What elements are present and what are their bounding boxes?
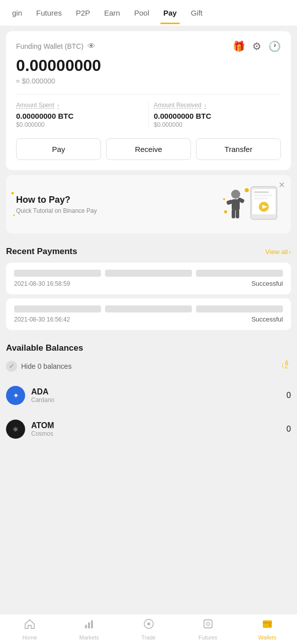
svg-rect-3 [254, 195, 273, 196]
svg-rect-2 [254, 191, 269, 193]
home-label: Home [22, 634, 37, 640]
sort-icon[interactable]: ↓ A Z [280, 359, 291, 373]
nav-item-earn[interactable]: Earn [97, 2, 127, 24]
blurred-bar [196, 305, 283, 312]
svg-point-13 [224, 210, 227, 213]
bottom-nav-trade[interactable]: Trade [119, 614, 178, 644]
bottom-nav-wallets[interactable]: Wallets [238, 614, 297, 644]
wallet-title: Funding Wallet (BTC) 👁 [16, 42, 95, 51]
atom-icon: ⚛ [6, 420, 25, 439]
svg-rect-23 [85, 625, 87, 628]
wallet-title-text: Funding Wallet (BTC) [16, 42, 83, 50]
home-icon [24, 618, 36, 633]
action-buttons: Pay Receive Transfer [16, 138, 281, 160]
wallet-card: Funding Wallet (BTC) 👁 🎁 ⚙ 🕐 0.00000000 … [6, 31, 291, 170]
wallets-icon [261, 618, 273, 633]
amount-spent-btc: 0.00000000 BTC [16, 112, 143, 120]
pay-button[interactable]: Pay [16, 138, 101, 160]
wallet-balance-usd: ≈ $0.000000 [16, 77, 281, 85]
ada-balance: 0 [286, 391, 291, 400]
amount-spent-usd: $0.000000 [16, 121, 143, 128]
hide-balances-row: ✓ Hide 0 balances ↓ A Z [6, 359, 291, 373]
wallets-label: Wallets [258, 634, 276, 640]
available-balances-section: Available Balances ✓ Hide 0 balances ↓ A… [0, 338, 297, 450]
ada-info: ADA Cardano [31, 387, 286, 404]
bottom-nav: Home Markets Trade Futures [0, 614, 297, 644]
svg-rect-11 [232, 209, 235, 218]
svg-rect-12 [236, 209, 239, 218]
markets-icon [83, 618, 95, 633]
banner-subtitle: Quick Tutorial on Binance Pay [16, 207, 97, 214]
svg-rect-25 [91, 620, 93, 628]
nav-item-futures[interactable]: Futures [29, 2, 69, 24]
payment-blurred-top [14, 305, 283, 312]
amount-spent-header[interactable]: Amount Spent › [16, 102, 143, 109]
svg-text:⚛: ⚛ [13, 426, 19, 433]
banner-close-icon[interactable]: ✕ [278, 180, 285, 190]
svg-text:↓: ↓ [281, 361, 284, 369]
payment-item[interactable]: 2021-08-30 16:58:59 Successful [6, 263, 291, 294]
recent-payments-title: Recent Payments [6, 247, 77, 257]
svg-rect-4 [254, 198, 268, 199]
settings-icon[interactable]: ⚙ [252, 40, 261, 52]
payment-meta: 2021-08-30 16:58:59 Successful [14, 280, 283, 287]
payment-status: Successful [251, 280, 283, 287]
payment-meta: 2021-08-30 16:56:42 Successful [14, 315, 283, 323]
trade-icon [143, 618, 155, 633]
nav-item-p2p[interactable]: P2P [69, 2, 97, 24]
amount-spent-col: Amount Spent › 0.00000000 BTC $0.000000 [16, 102, 148, 128]
payment-time: 2021-08-30 16:58:59 [14, 280, 70, 287]
nav-item-gin[interactable]: gin [5, 2, 29, 24]
bottom-nav-futures[interactable]: Futures [178, 614, 238, 644]
blurred-bar [105, 270, 192, 277]
payment-item[interactable]: 2021-08-30 16:56:42 Successful [6, 298, 291, 330]
hide-balances-checkbox[interactable]: ✓ [6, 361, 17, 372]
nav-item-pay[interactable]: Pay [156, 2, 184, 24]
amount-received-usd: $0.000000 [154, 121, 281, 128]
eye-icon[interactable]: 👁 [87, 42, 95, 51]
atom-balance: 0 [286, 425, 291, 434]
atom-symbol: ATOM [31, 421, 286, 430]
svg-point-15 [223, 198, 225, 200]
top-nav: gin Futures P2P Earn Pool Pay Gift [0, 0, 297, 26]
svg-rect-32 [269, 624, 271, 626]
banner-text: How to Pay? Quick Tutorial on Binance Pa… [16, 195, 97, 214]
svg-rect-24 [88, 622, 90, 628]
amount-received-col: Amount Received › 0.00000000 BTC $0.0000… [148, 102, 281, 128]
bottom-nav-home[interactable]: Home [0, 614, 59, 644]
markets-label: Markets [79, 634, 99, 640]
ada-icon: ✦ [6, 386, 25, 405]
coin-row-ada[interactable]: ✦ ADA Cardano 0 [6, 379, 291, 413]
nav-item-pool[interactable]: Pool [127, 2, 156, 24]
available-balances-title: Available Balances [6, 343, 83, 353]
blurred-bar [105, 305, 192, 312]
bottom-nav-markets[interactable]: Markets [59, 614, 119, 644]
wallet-header: Funding Wallet (BTC) 👁 🎁 ⚙ 🕐 [16, 40, 281, 52]
nav-item-gift[interactable]: Gift [184, 2, 210, 24]
futures-label: Futures [199, 634, 217, 640]
payment-status: Successful [251, 315, 283, 323]
balance-row: Amount Spent › 0.00000000 BTC $0.000000 … [16, 94, 281, 128]
view-all-button[interactable]: View all › [265, 248, 291, 256]
history-icon[interactable]: 🕐 [268, 40, 281, 52]
svg-text:Z: Z [285, 364, 288, 369]
svg-point-14 [245, 188, 249, 192]
wallet-balance: 0.00000000 [16, 56, 281, 75]
payment-blurred-top [14, 270, 283, 277]
svg-point-27 [147, 622, 150, 625]
svg-point-29 [207, 622, 210, 625]
blurred-bar [196, 270, 283, 277]
svg-rect-30 [263, 620, 272, 628]
wallet-icons: 🎁 ⚙ 🕐 [233, 40, 281, 52]
recent-payments-section: Recent Payments View all › 2021-08-30 16… [0, 238, 297, 338]
svg-point-7 [231, 190, 240, 199]
receive-button[interactable]: Receive [106, 138, 191, 160]
gift-icon[interactable]: 🎁 [233, 40, 245, 52]
transfer-button[interactable]: Transfer [196, 138, 281, 160]
available-balances-header: Available Balances [6, 343, 291, 353]
hide-balances-label: Hide 0 balances [21, 362, 71, 370]
amount-received-btc: 0.00000000 BTC [154, 112, 281, 120]
payment-time: 2021-08-30 16:56:42 [14, 316, 70, 323]
amount-received-header[interactable]: Amount Received › [154, 102, 281, 109]
coin-row-atom[interactable]: ⚛ ATOM Cosmos 0 [6, 413, 291, 446]
